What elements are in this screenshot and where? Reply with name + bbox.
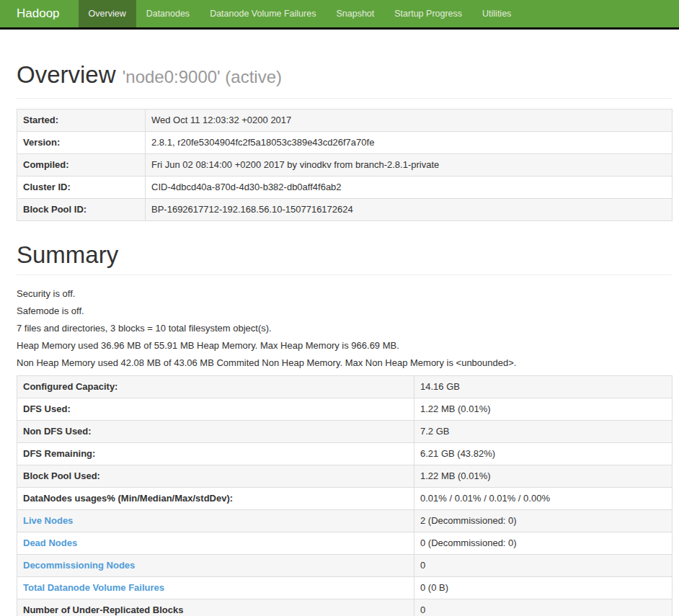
table-row-live-nodes: Live Nodes2 (Decommissioned: 0) xyxy=(17,510,673,532)
nav-item-overview: Overview xyxy=(79,0,136,27)
summary-line-2: Safemode is off. xyxy=(17,305,672,316)
row-value-dfs-remaining: 6.21 GB (43.82%) xyxy=(414,443,673,465)
decommissioning-nodes-link[interactable]: Decommissioning Nodes xyxy=(23,560,135,571)
summary-title: Summary xyxy=(17,241,672,269)
row-value-dfs-used: 1.22 MB (0.01%) xyxy=(414,398,673,421)
row-value-compiled: Fri Jun 02 08:14:00 +0200 2017 by vinodk… xyxy=(146,154,673,177)
row-value-total-datanode-volume-failures: 0 (0 B) xyxy=(414,577,673,599)
nav-item-utilities: Utilities xyxy=(472,0,521,27)
summary-line-4: Heap Memory used 36.96 MB of 55.91 MB He… xyxy=(17,340,672,351)
row-label-cluster-id: Cluster ID: xyxy=(17,177,146,199)
row-label-dfs-used: DFS Used: xyxy=(17,398,414,421)
nav-link-datanodes[interactable]: Datanodes xyxy=(136,0,200,27)
navbar: Hadoop OverviewDatanodesDatanode Volume … xyxy=(0,0,679,27)
nav-item-startup-progress: Startup Progress xyxy=(384,0,472,27)
row-value-number-of-under-replicated-blocks: 0 xyxy=(414,599,673,616)
row-label-compiled: Compiled: xyxy=(17,154,146,177)
live-nodes-link[interactable]: Live Nodes xyxy=(23,515,73,526)
total-datanode-volume-failures-link[interactable]: Total Datanode Volume Failures xyxy=(23,582,164,593)
row-value-started: Wed Oct 11 12:03:32 +0200 2017 xyxy=(146,110,673,132)
row-value-cluster-id: CID-4dbcd40a-870d-4d30-b382-db0aff4f6ab2 xyxy=(146,177,673,199)
table-row-compiled: Compiled:Fri Jun 02 08:14:00 +0200 2017 … xyxy=(17,154,673,177)
row-value-live-nodes: 2 (Decommissioned: 0) xyxy=(414,510,673,532)
summary-divider xyxy=(17,274,672,275)
row-value-dead-nodes: 0 (Decommissioned: 0) xyxy=(414,532,673,555)
row-label-version: Version: xyxy=(17,132,146,154)
row-value-configured-capacity: 14.16 GB xyxy=(414,376,673,398)
table-row-non-dfs-used: Non DFS Used:7.2 GB xyxy=(17,421,673,443)
row-value-datanodes-usages-min-median-max-stddev: 0.01% / 0.01% / 0.01% / 0.00% xyxy=(414,488,673,510)
table-row-block-pool-used: Block Pool Used:1.22 MB (0.01%) xyxy=(17,465,673,488)
nav-link-startup-progress[interactable]: Startup Progress xyxy=(384,0,472,27)
row-label-dfs-remaining: DFS Remaining: xyxy=(17,443,414,465)
nav-item-snapshot: Snapshot xyxy=(326,0,384,27)
dead-nodes-link[interactable]: Dead Nodes xyxy=(23,537,77,548)
row-value-version: 2.8.1, r20fe5304904fc2f5a18053c389e43cd2… xyxy=(146,132,673,154)
table-row-version: Version:2.8.1, r20fe5304904fc2f5a18053c3… xyxy=(17,132,673,154)
row-label-block-pool-id: Block Pool ID: xyxy=(17,199,146,221)
nav-item-datanode-volume-failures: Datanode Volume Failures xyxy=(200,0,326,27)
title-divider xyxy=(17,98,672,99)
row-label-block-pool-used: Block Pool Used: xyxy=(17,465,414,488)
overview-info-table: Started:Wed Oct 11 12:03:32 +0200 2017Ve… xyxy=(17,109,673,221)
namenode-address-label: 'node0:9000' (active) xyxy=(123,67,282,86)
row-label-configured-capacity: Configured Capacity: xyxy=(17,376,414,398)
row-label-decommissioning-nodes: Decommissioning Nodes xyxy=(17,555,414,577)
summary-text-block: Security is off.Safemode is off.7 files … xyxy=(17,288,672,368)
summary-line-3: 7 files and directories, 3 blocks = 10 t… xyxy=(17,323,672,334)
row-label-total-datanode-volume-failures: Total Datanode Volume Failures xyxy=(17,577,414,599)
table-row-started: Started:Wed Oct 11 12:03:32 +0200 2017 xyxy=(17,110,673,132)
page-content: Overview 'node0:9000' (active) Started:W… xyxy=(0,61,679,616)
nav-link-datanode-volume-failures[interactable]: Datanode Volume Failures xyxy=(200,0,326,27)
table-row-dead-nodes: Dead Nodes0 (Decommissioned: 0) xyxy=(17,532,673,555)
nav-item-datanodes: Datanodes xyxy=(136,0,200,27)
summary-stats-table: Configured Capacity:14.16 GBDFS Used:1.2… xyxy=(17,375,673,616)
row-label-dead-nodes: Dead Nodes xyxy=(17,532,414,555)
navbar-bottom-border xyxy=(0,27,679,30)
row-label-datanodes-usages-min-median-max-stddev: DataNodes usages% (Min/Median/Max/stdDev… xyxy=(17,488,414,510)
table-row-cluster-id: Cluster ID:CID-4dbcd40a-870d-4d30-b382-d… xyxy=(17,177,673,199)
summary-line-1: Security is off. xyxy=(17,288,672,299)
page-title: Overview 'node0:9000' (active) xyxy=(17,61,672,91)
table-row-block-pool-id: Block Pool ID:BP-1692617712-192.168.56.1… xyxy=(17,199,673,221)
table-row-dfs-used: DFS Used:1.22 MB (0.01%) xyxy=(17,398,673,421)
row-label-number-of-under-replicated-blocks: Number of Under-Replicated Blocks xyxy=(17,599,414,616)
row-value-block-pool-id: BP-1692617712-192.168.56.10-150771617262… xyxy=(146,199,673,221)
row-label-non-dfs-used: Non DFS Used: xyxy=(17,421,414,443)
nav-link-overview[interactable]: Overview xyxy=(79,0,136,27)
navbar-menu: OverviewDatanodesDatanode Volume Failure… xyxy=(79,0,522,27)
summary-line-5: Non Heap Memory used 42.08 MB of 43.06 M… xyxy=(17,357,672,368)
navbar-brand[interactable]: Hadoop xyxy=(0,0,71,27)
row-value-non-dfs-used: 7.2 GB xyxy=(414,421,673,443)
row-value-decommissioning-nodes: 0 xyxy=(414,555,673,577)
row-label-live-nodes: Live Nodes xyxy=(17,510,414,532)
table-row-datanodes-usages-min-median-max-stddev: DataNodes usages% (Min/Median/Max/stdDev… xyxy=(17,488,673,510)
page-title-text: Overview xyxy=(17,61,116,88)
table-row-total-datanode-volume-failures: Total Datanode Volume Failures0 (0 B) xyxy=(17,577,673,599)
row-value-block-pool-used: 1.22 MB (0.01%) xyxy=(414,465,673,488)
table-row-number-of-under-replicated-blocks: Number of Under-Replicated Blocks0 xyxy=(17,599,673,616)
table-row-decommissioning-nodes: Decommissioning Nodes0 xyxy=(17,555,673,577)
nav-link-utilities[interactable]: Utilities xyxy=(472,0,521,27)
row-label-started: Started: xyxy=(17,110,146,132)
nav-link-snapshot[interactable]: Snapshot xyxy=(326,0,384,27)
table-row-configured-capacity: Configured Capacity:14.16 GB xyxy=(17,376,673,398)
table-row-dfs-remaining: DFS Remaining:6.21 GB (43.82%) xyxy=(17,443,673,465)
